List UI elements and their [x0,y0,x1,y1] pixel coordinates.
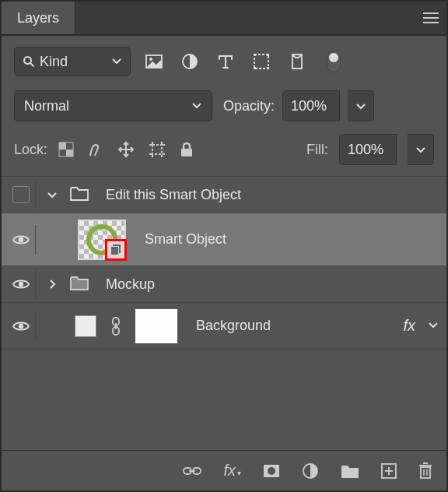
layer-group-row[interactable]: Edit this Smart Object [2,177,446,213]
opacity-field[interactable]: 100% [282,90,340,121]
opacity-stepper[interactable] [348,90,374,121]
layers-list: Edit this Smart Object Smart Object [2,177,446,450]
lock-transparent-icon[interactable] [58,142,74,157]
svg-point-30 [18,282,23,286]
svg-point-28 [18,237,23,241]
delete-layer-button[interactable] [418,462,432,480]
link-icon [110,317,121,336]
layer-fx-label[interactable]: fx [403,317,415,335]
filter-type-icons [145,51,341,72]
svg-rect-12 [267,67,269,69]
lock-all-icon[interactable] [180,142,194,157]
filter-row: Kind [2,36,446,84]
layer-name: Background [196,318,271,334]
visibility-off-icon [12,186,30,203]
chevron-right-icon[interactable] [47,279,58,290]
lock-position-icon[interactable] [117,141,135,158]
panel-footer: fx▾ [2,450,446,490]
new-layer-button[interactable] [381,463,397,479]
svg-point-31 [18,323,23,328]
lock-artboard-icon[interactable] [149,141,166,158]
chevron-down-icon[interactable] [428,318,439,334]
filter-kind-select[interactable]: Kind [14,47,131,76]
visibility-toggle[interactable] [6,269,36,299]
filter-smartobject-icon[interactable] [288,52,306,71]
visibility-toggle[interactable] [6,225,36,255]
layer-name: Edit this Smart Object [106,187,241,203]
svg-point-39 [268,467,275,475]
search-icon [23,55,35,68]
filter-shape-icon[interactable] [252,52,271,71]
chevron-down-icon [111,54,122,70]
svg-point-3 [24,57,31,64]
fill-field[interactable]: 100% [339,134,397,165]
new-group-button[interactable] [341,463,359,479]
svg-rect-29 [111,247,118,255]
lock-label: Lock: [14,142,47,158]
panel-title: Layers [17,10,59,26]
lock-image-icon[interactable] [88,142,103,157]
layers-panel: Layers Kind [0,0,448,492]
svg-rect-11 [254,67,256,69]
svg-rect-27 [181,149,192,156]
folder-icon [70,185,89,205]
layer-thumbnail[interactable] [78,220,126,260]
filter-type-text-icon[interactable] [216,52,235,71]
svg-rect-44 [421,467,430,478]
opacity-value: 100% [291,98,327,114]
svg-rect-15 [66,149,73,156]
filter-kind-label: Kind [40,54,68,70]
svg-point-6 [149,58,152,61]
svg-rect-14 [59,142,66,149]
link-layers-button[interactable] [183,465,201,477]
blend-mode-value: Normal [24,98,69,114]
layer-name: Smart Object [145,231,226,248]
smart-object-badge [105,239,127,261]
fill-value: 100% [348,142,383,158]
visibility-toggle[interactable] [6,311,36,341]
opacity-label: Opacity: [223,98,275,114]
layer-row-selected[interactable]: Smart Object [2,213,446,266]
visibility-toggle[interactable] [6,180,36,209]
blend-mode-select[interactable]: Normal [14,90,212,121]
layer-row[interactable]: Background fx [2,303,446,350]
svg-rect-10 [267,54,269,56]
panel-titlebar: Layers [2,2,446,36]
layer-mask-thumbnail[interactable] [135,309,177,343]
svg-rect-9 [254,54,256,56]
fill-stepper[interactable] [408,134,434,165]
folder-icon [70,275,89,294]
blend-row: Normal Opacity: 100% [2,84,446,129]
fill-label: Fill: [306,142,328,158]
layer-group-row[interactable]: Mockup [2,266,446,303]
layer-mask-button[interactable] [263,464,280,478]
lock-row: Lock: Fill: 100% [2,129,446,177]
svg-rect-18 [152,145,162,154]
filter-toggle[interactable] [327,51,341,72]
chevron-down-icon[interactable] [47,189,58,200]
layers-tab[interactable]: Layers [2,2,75,34]
svg-rect-8 [254,54,268,69]
layer-thumbnail-small[interactable] [75,315,96,337]
filter-adjustment-icon[interactable] [180,52,199,71]
filter-pixel-icon[interactable] [145,52,163,71]
layer-style-button[interactable]: fx▾ [223,462,241,480]
layer-name: Mockup [106,276,155,293]
adjustment-layer-button[interactable] [302,462,319,480]
panel-menu-button[interactable] [415,2,446,34]
chevron-down-icon [191,98,202,114]
svg-line-4 [30,63,34,67]
